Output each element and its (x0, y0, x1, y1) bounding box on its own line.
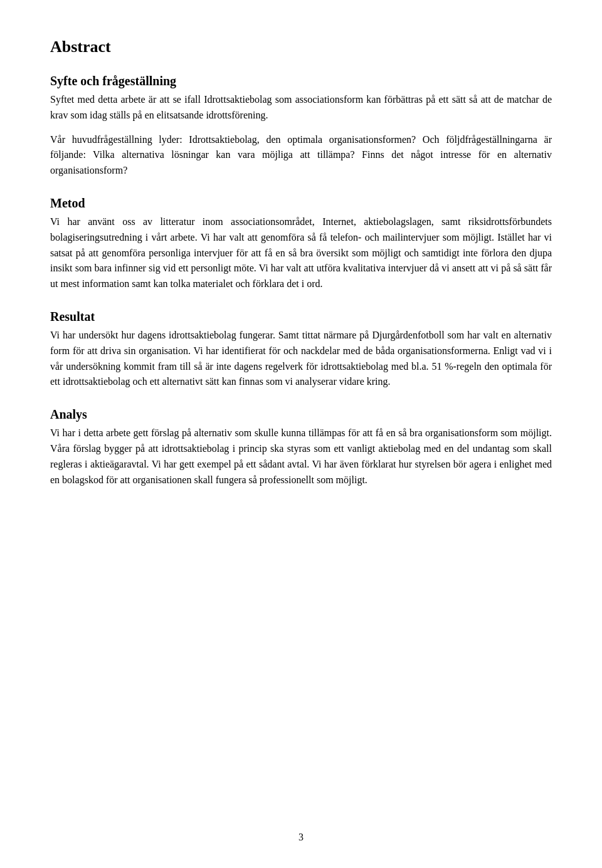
metod-heading: Metod (50, 196, 552, 211)
resultat-heading: Resultat (50, 310, 552, 324)
analys-section: Analys Vi har i detta arbete gett försla… (50, 407, 552, 488)
syfte-heading: Syfte och frågeställning (50, 74, 552, 88)
syfte-section: Syfte och frågeställning Syftet med dett… (50, 74, 552, 179)
analys-heading: Analys (50, 407, 552, 422)
metod-paragraph-1: Vi har använt oss av litteratur inom ass… (50, 214, 552, 292)
resultat-paragraph-1: Vi har undersökt hur dagens idrottsaktie… (50, 328, 552, 390)
syfte-paragraph-1: Syftet med detta arbete är att se ifall … (50, 92, 552, 123)
analys-paragraph-1: Vi har i detta arbete gett förslag på al… (50, 426, 552, 488)
page: Abstract Syfte och frågeställning Syftet… (0, 0, 602, 868)
syfte-paragraph-2: Vår huvudfrågeställning lyder: Idrottsak… (50, 132, 552, 179)
metod-section: Metod Vi har använt oss av litteratur in… (50, 196, 552, 292)
page-number: 3 (298, 832, 304, 843)
abstract-title: Abstract (50, 38, 552, 56)
abstract-section: Abstract (50, 38, 552, 56)
resultat-section: Resultat Vi har undersökt hur dagens idr… (50, 310, 552, 390)
